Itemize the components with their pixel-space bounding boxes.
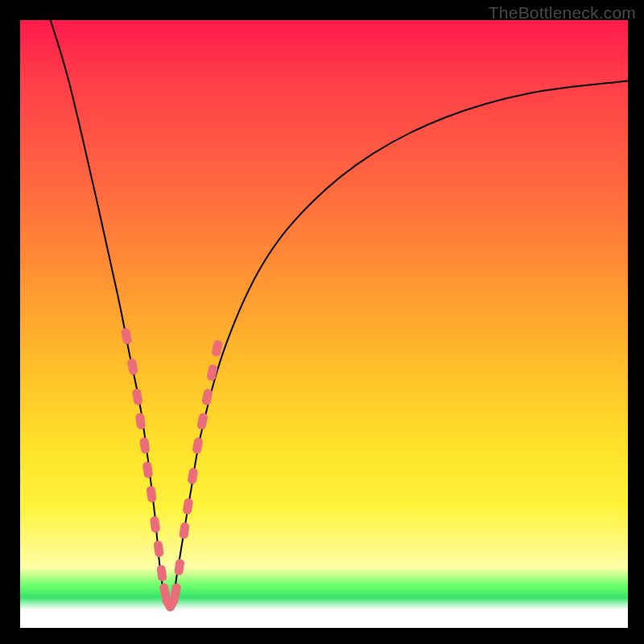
curve-marker bbox=[206, 364, 218, 382]
curve-marker bbox=[187, 468, 198, 485]
curve-marker bbox=[127, 358, 138, 376]
curve-marker bbox=[153, 540, 164, 557]
watermark-text: TheBottleneck.com bbox=[489, 3, 636, 23]
curve-marker bbox=[139, 437, 151, 454]
curve-marker bbox=[174, 559, 185, 576]
curve-marker bbox=[156, 564, 167, 581]
curve-marker bbox=[192, 437, 203, 455]
curve-marker bbox=[121, 328, 133, 345]
curve-marker bbox=[142, 461, 154, 478]
curve-marker bbox=[179, 522, 190, 539]
curve-marker bbox=[135, 413, 147, 430]
curve-marker bbox=[132, 388, 143, 405]
curve-svg bbox=[20, 20, 628, 628]
chart-frame: TheBottleneck.com bbox=[0, 0, 644, 644]
curve-marker bbox=[150, 516, 161, 533]
plot-area bbox=[20, 20, 628, 628]
curve-marker bbox=[201, 388, 213, 406]
curve-marker bbox=[196, 412, 208, 430]
curve-marker bbox=[182, 497, 193, 514]
curve-marker bbox=[170, 583, 182, 601]
curve-marker bbox=[146, 485, 157, 502]
curve-markers bbox=[121, 328, 223, 613]
curve-marker bbox=[211, 340, 223, 357]
bottleneck-curve bbox=[51, 20, 628, 609]
